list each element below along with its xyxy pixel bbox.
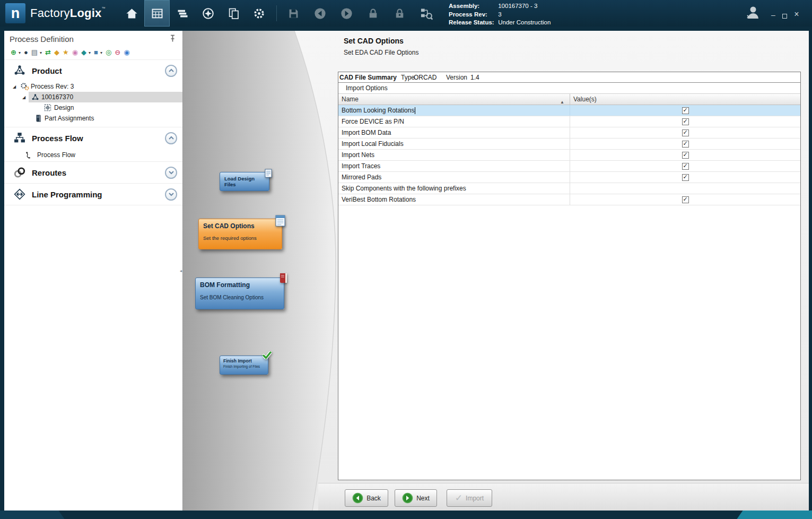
titlebar: n FactoryLogix™ bbox=[0, 0, 812, 27]
table-row[interactable]: Skip Components with the following prefi… bbox=[338, 183, 800, 194]
home-button[interactable] bbox=[119, 0, 144, 27]
option-name[interactable]: Import BOM Data bbox=[338, 127, 570, 138]
option-name[interactable]: Skip Components with the following prefi… bbox=[338, 183, 570, 194]
wizard-step-bom-formatting[interactable]: BOM Formatting Set BOM Cleaning Options bbox=[195, 278, 284, 309]
value-checkbox[interactable]: ✓ bbox=[682, 174, 689, 181]
star-icon[interactable]: ★ bbox=[63, 48, 69, 57]
redo-button[interactable] bbox=[333, 0, 360, 27]
add-icon[interactable]: ⊕ bbox=[11, 48, 16, 57]
option-value-cell[interactable]: ✓ bbox=[570, 183, 800, 194]
value-checkbox[interactable]: ✓ bbox=[682, 152, 689, 159]
settings-button[interactable] bbox=[246, 0, 272, 27]
tree-item-assembly[interactable]: ◢ 100167370 bbox=[4, 92, 182, 102]
option-name[interactable]: VeriBest Bottom Rotations bbox=[338, 194, 570, 205]
step-title: Finish Import bbox=[223, 358, 265, 364]
column-header-name[interactable]: Name ▲ bbox=[338, 94, 570, 105]
dropdown-caret-icon[interactable]: ▾ bbox=[40, 50, 42, 55]
export-icon[interactable]: ◆ bbox=[81, 48, 86, 57]
tree-item-process-rev[interactable]: ◢ Process Rev: 3 bbox=[4, 81, 182, 92]
navigation-button[interactable] bbox=[195, 0, 221, 27]
undo-button[interactable] bbox=[307, 0, 333, 27]
table-row[interactable]: Import Local Fiducials ✓ bbox=[338, 139, 800, 150]
process-definition-button[interactable] bbox=[144, 0, 170, 27]
minimize-button[interactable]: – bbox=[770, 11, 777, 19]
next-button[interactable]: Next bbox=[395, 489, 437, 507]
wizard-step-finish-import[interactable]: Finish Import Finish Importing of Files bbox=[220, 356, 268, 375]
dropdown-caret-icon[interactable]: ▾ bbox=[100, 50, 102, 55]
tree-item-process-flow[interactable]: Process Flow bbox=[4, 149, 182, 161]
option-value-cell[interactable]: ✓ bbox=[570, 139, 800, 149]
section-process-flow: Process Flow Process Flow bbox=[4, 127, 182, 161]
value-checkbox[interactable]: ✓ bbox=[682, 107, 689, 114]
expand-reroutes-button[interactable] bbox=[165, 167, 177, 179]
dropdown-caret-icon[interactable]: ▾ bbox=[19, 50, 21, 55]
value-checkbox[interactable]: ✓ bbox=[682, 163, 689, 170]
materials-button[interactable] bbox=[170, 0, 195, 27]
option-name[interactable]: Force DEVICE as P/N bbox=[338, 116, 570, 127]
table-row[interactable]: Mirrored Pads ✓ bbox=[338, 172, 800, 183]
expand-line-programming-button[interactable] bbox=[165, 188, 177, 201]
option-value-cell[interactable]: ✓ bbox=[570, 127, 800, 138]
wizard-step-set-cad-options[interactable]: Set CAD Options Set the required options bbox=[198, 219, 282, 249]
option-value-cell[interactable]: ✓ bbox=[570, 194, 800, 205]
wizard-step-load-design-files[interactable]: Load Design Files bbox=[220, 172, 269, 191]
collapse-process-flow-button[interactable] bbox=[165, 132, 177, 144]
option-value-cell[interactable]: ✓ bbox=[570, 161, 800, 171]
option-value-cell[interactable]: ✓ bbox=[570, 172, 800, 183]
check-icon: ✓ bbox=[683, 107, 687, 113]
value-checkbox[interactable]: ✓ bbox=[682, 141, 689, 148]
design-icon bbox=[42, 103, 53, 112]
globe-icon[interactable]: ● bbox=[24, 48, 28, 57]
value-checkbox[interactable]: ✓ bbox=[682, 129, 689, 136]
save-button[interactable] bbox=[280, 0, 307, 27]
table-row[interactable]: Import Nets ✓ bbox=[338, 150, 800, 161]
table-row[interactable]: Force DEVICE as P/N ✓ bbox=[338, 116, 800, 127]
product-icon bbox=[13, 64, 27, 77]
collapse-arrow-icon: ◄ bbox=[179, 269, 183, 273]
remove-icon[interactable]: ⊖ bbox=[115, 48, 120, 57]
option-name[interactable]: Mirrored Pads bbox=[338, 172, 570, 183]
option-name[interactable]: Bottom Looking Rotations bbox=[338, 105, 570, 116]
info-icon[interactable]: ◉ bbox=[124, 48, 129, 57]
option-name[interactable]: Import Traces bbox=[338, 161, 570, 171]
documents-button[interactable] bbox=[221, 0, 246, 27]
value-checkbox[interactable]: ✓ bbox=[682, 118, 689, 125]
tree-item-design[interactable]: Design bbox=[4, 102, 182, 113]
close-button[interactable]: × bbox=[793, 10, 800, 19]
table-row[interactable]: Import Traces ✓ bbox=[338, 161, 800, 172]
back-button[interactable]: Back bbox=[345, 489, 388, 507]
expander-icon[interactable]: ◢ bbox=[22, 95, 29, 100]
lock-button[interactable] bbox=[360, 0, 386, 27]
dropdown-caret-icon[interactable]: ▾ bbox=[89, 50, 91, 55]
transfer-icon[interactable]: ⇄ bbox=[45, 48, 51, 57]
collapse-product-button[interactable] bbox=[165, 65, 177, 77]
option-name[interactable]: Import Local Fiducials bbox=[338, 139, 570, 149]
panel-splitter[interactable]: ◄ bbox=[179, 31, 183, 511]
refresh-icon[interactable]: ◎ bbox=[106, 48, 111, 57]
option-value-cell[interactable]: ✓ bbox=[570, 105, 800, 116]
option-name[interactable]: Import Nets bbox=[338, 150, 570, 160]
import-button[interactable]: ✓ Import bbox=[447, 489, 492, 507]
import-options-group-header[interactable]: Import Options bbox=[338, 83, 800, 94]
value-checkbox[interactable]: ✓ bbox=[682, 196, 689, 203]
option-value-cell[interactable]: ✓ bbox=[570, 116, 800, 127]
print-icon[interactable]: ▤ bbox=[31, 48, 38, 57]
column-header-values[interactable]: Value(s) bbox=[570, 94, 800, 105]
find-structure-button[interactable] bbox=[413, 0, 439, 27]
table-row[interactable]: Bottom Looking Rotations ✓ bbox=[338, 105, 800, 116]
maximize-button[interactable] bbox=[782, 14, 787, 19]
expander-icon[interactable]: ◢ bbox=[13, 84, 19, 89]
table-row[interactable]: Import BOM Data ✓ bbox=[338, 127, 800, 139]
option-value-cell[interactable]: ✓ bbox=[570, 150, 800, 160]
save-icon bbox=[286, 6, 301, 21]
table-row[interactable]: VeriBest Bottom Rotations ✓ bbox=[338, 194, 800, 205]
check-icon: ✓ bbox=[683, 163, 687, 169]
tree-item-part-assignments[interactable]: Part Assignments bbox=[4, 113, 182, 124]
tag-icon[interactable]: ◉ bbox=[72, 48, 78, 57]
package-icon[interactable]: ■ bbox=[94, 48, 98, 57]
user-icon[interactable] bbox=[744, 4, 762, 22]
sidebar-toolbar: ⊕▾ ● ▤▾ ⇄ ◆ ★ ◉ ◆▾ ■▾ ◎ ⊖ ◉ bbox=[4, 46, 182, 59]
award-icon[interactable]: ◆ bbox=[54, 48, 59, 57]
unlock-button[interactable] bbox=[386, 0, 413, 27]
pin-icon[interactable] bbox=[169, 34, 176, 44]
